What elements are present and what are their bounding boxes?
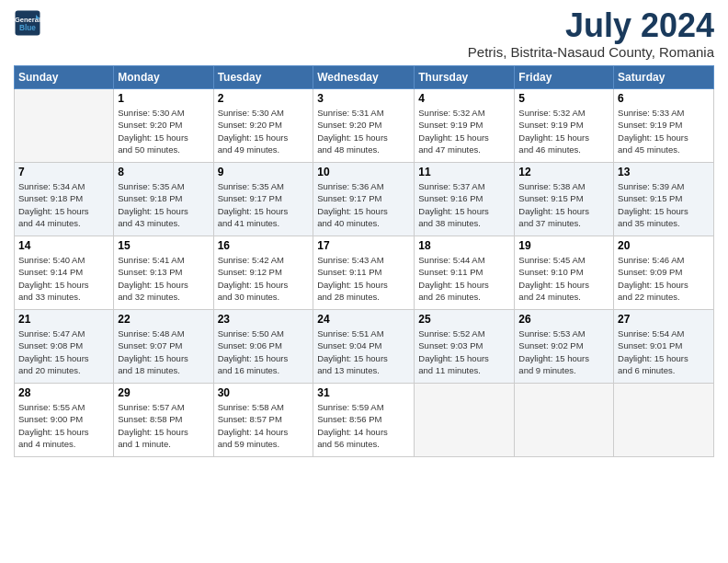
svg-text:Blue: Blue — [19, 24, 36, 32]
day-cell: 30Sunrise: 5:58 AMSunset: 8:57 PMDayligh… — [213, 384, 313, 457]
day-number: 8 — [118, 166, 209, 178]
day-info: Sunrise: 5:52 AMSunset: 9:03 PMDaylight:… — [418, 327, 510, 376]
day-number: 20 — [618, 239, 710, 252]
week-row-2: 7Sunrise: 5:34 AMSunset: 9:18 PMDaylight… — [15, 163, 714, 236]
day-cell: 2Sunrise: 5:30 AMSunset: 9:20 PMDaylight… — [213, 89, 313, 163]
location-title: Petris, Bistrita-Nasaud County, Romania — [468, 44, 714, 60]
day-number: 3 — [317, 92, 410, 105]
day-info: Sunrise: 5:45 AMSunset: 9:10 PMDaylight:… — [518, 254, 609, 303]
day-number: 14 — [18, 239, 109, 252]
day-info: Sunrise: 5:36 AMSunset: 9:17 PMDaylight:… — [317, 180, 410, 229]
day-cell: 1Sunrise: 5:30 AMSunset: 9:20 PMDaylight… — [114, 89, 213, 163]
day-number: 16 — [218, 239, 310, 252]
day-number: 27 — [618, 313, 710, 326]
month-title: July 2024 — [468, 9, 714, 42]
day-info: Sunrise: 5:51 AMSunset: 9:04 PMDaylight:… — [317, 327, 410, 376]
col-thursday: Thursday — [415, 66, 515, 89]
col-monday: Monday — [114, 66, 213, 89]
week-row-4: 21Sunrise: 5:47 AMSunset: 9:08 PMDayligh… — [15, 310, 714, 384]
day-number: 11 — [418, 166, 510, 178]
header-row: Sunday Monday Tuesday Wednesday Thursday… — [15, 66, 714, 89]
day-info: Sunrise: 5:50 AMSunset: 9:06 PMDaylight:… — [218, 327, 310, 376]
day-cell: 24Sunrise: 5:51 AMSunset: 9:04 PMDayligh… — [313, 310, 415, 384]
page-container: General Blue July 2024 Petris, Bistrita-… — [0, 0, 728, 466]
day-cell: 26Sunrise: 5:53 AMSunset: 9:02 PMDayligh… — [515, 310, 614, 384]
day-cell: 22Sunrise: 5:48 AMSunset: 9:07 PMDayligh… — [114, 310, 213, 384]
day-info: Sunrise: 5:34 AMSunset: 9:18 PMDaylight:… — [18, 180, 109, 229]
day-info: Sunrise: 5:41 AMSunset: 9:13 PMDaylight:… — [118, 254, 209, 303]
day-info: Sunrise: 5:40 AMSunset: 9:14 PMDaylight:… — [18, 254, 109, 303]
day-cell: 14Sunrise: 5:40 AMSunset: 9:14 PMDayligh… — [15, 236, 114, 310]
day-info: Sunrise: 5:53 AMSunset: 9:02 PMDaylight:… — [518, 327, 609, 376]
day-info: Sunrise: 5:44 AMSunset: 9:11 PMDaylight:… — [418, 254, 510, 303]
day-info: Sunrise: 5:46 AMSunset: 9:09 PMDaylight:… — [618, 254, 710, 303]
day-cell: 28Sunrise: 5:55 AMSunset: 9:00 PMDayligh… — [15, 384, 114, 457]
day-number: 1 — [118, 92, 209, 105]
logo: General Blue — [14, 9, 41, 37]
day-cell: 9Sunrise: 5:35 AMSunset: 9:17 PMDaylight… — [213, 163, 313, 236]
day-number: 6 — [618, 92, 710, 105]
day-cell: 20Sunrise: 5:46 AMSunset: 9:09 PMDayligh… — [614, 236, 714, 310]
day-info: Sunrise: 5:43 AMSunset: 9:11 PMDaylight:… — [317, 254, 410, 303]
day-cell: 4Sunrise: 5:32 AMSunset: 9:19 PMDaylight… — [415, 89, 515, 163]
day-number: 26 — [518, 313, 609, 326]
day-number: 17 — [317, 239, 410, 252]
day-info: Sunrise: 5:35 AMSunset: 9:17 PMDaylight:… — [218, 180, 310, 229]
day-info: Sunrise: 5:48 AMSunset: 9:07 PMDaylight:… — [118, 327, 209, 376]
day-cell: 23Sunrise: 5:50 AMSunset: 9:06 PMDayligh… — [213, 310, 313, 384]
day-cell — [614, 384, 714, 457]
day-info: Sunrise: 5:30 AMSunset: 9:20 PMDaylight:… — [218, 107, 310, 155]
day-cell: 10Sunrise: 5:36 AMSunset: 9:17 PMDayligh… — [313, 163, 415, 236]
col-tuesday: Tuesday — [213, 66, 313, 89]
day-cell: 29Sunrise: 5:57 AMSunset: 8:58 PMDayligh… — [114, 384, 213, 457]
day-info: Sunrise: 5:42 AMSunset: 9:12 PMDaylight:… — [218, 254, 310, 303]
day-cell: 3Sunrise: 5:31 AMSunset: 9:20 PMDaylight… — [313, 89, 415, 163]
day-number: 23 — [218, 313, 310, 326]
day-cell — [415, 384, 515, 457]
week-row-5: 28Sunrise: 5:55 AMSunset: 9:00 PMDayligh… — [15, 384, 714, 457]
title-area: July 2024 Petris, Bistrita-Nasaud County… — [468, 9, 714, 60]
day-info: Sunrise: 5:32 AMSunset: 9:19 PMDaylight:… — [518, 107, 609, 155]
col-sunday: Sunday — [15, 66, 114, 89]
day-cell: 13Sunrise: 5:39 AMSunset: 9:15 PMDayligh… — [614, 163, 714, 236]
day-info: Sunrise: 5:30 AMSunset: 9:20 PMDaylight:… — [118, 107, 209, 155]
day-cell: 5Sunrise: 5:32 AMSunset: 9:19 PMDaylight… — [515, 89, 614, 163]
day-info: Sunrise: 5:57 AMSunset: 8:58 PMDaylight:… — [118, 401, 209, 450]
day-info: Sunrise: 5:35 AMSunset: 9:18 PMDaylight:… — [118, 180, 209, 229]
day-cell: 8Sunrise: 5:35 AMSunset: 9:18 PMDaylight… — [114, 163, 213, 236]
day-info: Sunrise: 5:55 AMSunset: 9:00 PMDaylight:… — [18, 401, 109, 450]
day-cell — [515, 384, 614, 457]
week-row-1: 1Sunrise: 5:30 AMSunset: 9:20 PMDaylight… — [15, 89, 714, 163]
day-number: 4 — [418, 92, 510, 105]
logo-icon: General Blue — [14, 9, 41, 37]
day-cell: 7Sunrise: 5:34 AMSunset: 9:18 PMDaylight… — [15, 163, 114, 236]
day-number: 31 — [317, 386, 410, 399]
day-number: 13 — [618, 166, 710, 178]
day-info: Sunrise: 5:31 AMSunset: 9:20 PMDaylight:… — [317, 107, 410, 155]
day-info: Sunrise: 5:37 AMSunset: 9:16 PMDaylight:… — [418, 180, 510, 229]
day-info: Sunrise: 5:59 AMSunset: 8:56 PMDaylight:… — [317, 401, 410, 450]
day-info: Sunrise: 5:39 AMSunset: 9:15 PMDaylight:… — [618, 180, 710, 229]
day-cell: 15Sunrise: 5:41 AMSunset: 9:13 PMDayligh… — [114, 236, 213, 310]
week-row-3: 14Sunrise: 5:40 AMSunset: 9:14 PMDayligh… — [15, 236, 714, 310]
day-cell: 18Sunrise: 5:44 AMSunset: 9:11 PMDayligh… — [415, 236, 515, 310]
col-wednesday: Wednesday — [313, 66, 415, 89]
day-number: 25 — [418, 313, 510, 326]
day-cell: 27Sunrise: 5:54 AMSunset: 9:01 PMDayligh… — [614, 310, 714, 384]
day-number: 28 — [18, 386, 109, 399]
day-number: 12 — [518, 166, 609, 178]
day-number: 30 — [218, 386, 310, 399]
day-cell: 17Sunrise: 5:43 AMSunset: 9:11 PMDayligh… — [313, 236, 415, 310]
day-cell — [15, 89, 114, 163]
day-number: 19 — [518, 239, 609, 252]
day-number: 2 — [218, 92, 310, 105]
calendar-table: Sunday Monday Tuesday Wednesday Thursday… — [14, 65, 714, 457]
day-number: 10 — [317, 166, 410, 178]
day-info: Sunrise: 5:32 AMSunset: 9:19 PMDaylight:… — [418, 107, 510, 155]
day-info: Sunrise: 5:33 AMSunset: 9:19 PMDaylight:… — [618, 107, 710, 155]
day-info: Sunrise: 5:58 AMSunset: 8:57 PMDaylight:… — [218, 401, 310, 450]
day-number: 5 — [518, 92, 609, 105]
day-cell: 31Sunrise: 5:59 AMSunset: 8:56 PMDayligh… — [313, 384, 415, 457]
day-number: 7 — [18, 166, 109, 178]
day-cell: 25Sunrise: 5:52 AMSunset: 9:03 PMDayligh… — [415, 310, 515, 384]
